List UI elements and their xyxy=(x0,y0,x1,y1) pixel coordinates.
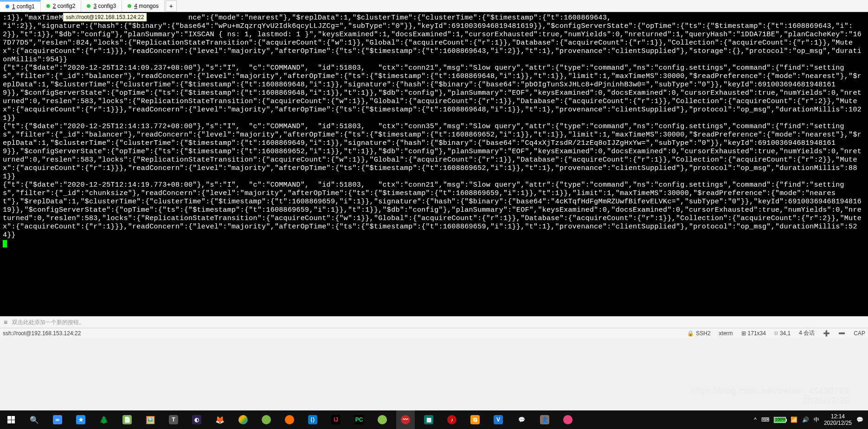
status-dot-icon xyxy=(87,4,90,8)
taskbar-app-baidu[interactable]: ∞ xyxy=(48,410,67,429)
taskbar-app-firefox[interactable]: 🦊 xyxy=(211,410,229,429)
new-tab-button[interactable]: + xyxy=(166,0,177,12)
status-dot-icon xyxy=(6,5,9,8)
taskbar-app-wechat[interactable]: 💬 xyxy=(512,410,531,429)
status-session-count: 4 会话 xyxy=(799,329,815,337)
tab-hotkey: 3 xyxy=(93,3,96,9)
notifications-icon[interactable]: 💬 xyxy=(856,416,863,423)
tray-expand-icon[interactable]: ^ xyxy=(754,416,757,423)
tray-clock[interactable]: 12:14 2020/12/25 xyxy=(824,413,852,426)
button-bar-hint: 双击此处添加一个新的按钮。 xyxy=(12,318,84,326)
tab-label: config2 xyxy=(58,3,76,9)
watermark-url: https://blog.csdn.net/weixin_45490785 xyxy=(690,386,849,396)
windows-taskbar: 🔍 ∞ ★ 🌲 📄 🖼️ T ◐ 🦊 ⟨⟩ IJ PC 〰 ▦ ♪ ⧉ V 💬 … xyxy=(0,410,868,429)
connection-tooltip: ssh://root@192.168.153.124:22 xyxy=(63,13,147,22)
hamburger-icon[interactable]: ≡ xyxy=(4,318,7,326)
taskbar-app-eclipse[interactable]: ◐ xyxy=(187,410,206,429)
terminal-cursor xyxy=(3,240,7,247)
taskbar-app-intellij[interactable]: IJ xyxy=(327,410,345,429)
taskbar-app-text[interactable]: T xyxy=(164,410,183,429)
watermark: https://blog.csdn.net/weixin_45490785 20… xyxy=(690,386,849,406)
taskbar-app-orange[interactable] xyxy=(280,410,299,429)
taskbar-app-vm[interactable]: ▦ xyxy=(419,410,438,429)
search-icon[interactable]: 🔍 xyxy=(25,410,44,429)
status-term-type: xterm xyxy=(719,330,733,337)
tab-bar: 1 config1 2 config2 3 config3 4 mongos + xyxy=(0,0,868,12)
tab-hotkey: 1 xyxy=(12,3,15,10)
system-tray: ^ ⌨ 100% 📶 🔊 中 12:14 2020/12/25 💬 xyxy=(754,413,866,426)
status-dot-icon xyxy=(128,4,131,8)
taskbar-app-lime[interactable] xyxy=(373,410,392,429)
taskbar-app-vscode[interactable]: ⟨⟩ xyxy=(303,410,322,429)
taskbar-app-netease[interactable]: ♪ xyxy=(443,410,461,429)
status-term-size: ⊞ 171x34 xyxy=(741,330,766,337)
status-sessions-minus[interactable]: ➖ xyxy=(838,330,845,337)
taskbar-app-star[interactable]: ★ xyxy=(71,410,90,429)
battery-icon[interactable]: 100% xyxy=(774,417,786,423)
watermark-date: 2020/12/25 xyxy=(690,396,849,406)
taskbar-app-pycharm[interactable]: PC xyxy=(350,410,368,429)
ime-icon[interactable]: 中 xyxy=(814,416,819,424)
status-cursor-pos: ⁝⁝ 34,1 xyxy=(774,330,791,337)
tab-config2[interactable]: 2 config2 xyxy=(41,0,82,12)
lock-icon: 🔒 xyxy=(687,330,694,337)
taskbar-app-notepad[interactable]: 📄 xyxy=(118,410,136,429)
wifi-icon[interactable]: 📶 xyxy=(791,416,797,423)
tab-label: config1 xyxy=(17,3,35,10)
taskbar-app-green[interactable] xyxy=(257,410,276,429)
tab-config3[interactable]: 3 config3 xyxy=(81,0,122,12)
tab-mongos[interactable]: 4 mongos xyxy=(122,0,165,12)
taskbar-app-image[interactable]: 🖼️ xyxy=(141,410,160,429)
status-connection: ssh://root@192.168.153.124:22 xyxy=(3,330,81,337)
volume-icon[interactable]: 🔊 xyxy=(802,416,809,423)
start-button[interactable] xyxy=(2,410,20,429)
taskbar-app-chrome[interactable] xyxy=(234,410,252,429)
status-bar: ssh://root@192.168.153.124:22 🔒SSH2 xter… xyxy=(0,328,868,338)
tab-hotkey: 2 xyxy=(53,3,56,9)
taskbar-app-avatar[interactable]: 👤 xyxy=(535,410,554,429)
status-sessions-plus[interactable]: ➕ xyxy=(823,330,830,337)
tab-label: mongos xyxy=(139,3,159,9)
button-bar[interactable]: ≡ 双击此处添加一个新的按钮。 xyxy=(0,316,868,328)
tab-label: config3 xyxy=(98,3,116,9)
keyboard-icon[interactable]: ⌨ xyxy=(761,416,769,423)
tab-hotkey: 4 xyxy=(134,3,137,9)
cursor-icon: ⁝⁝ xyxy=(774,330,778,337)
taskbar-app-copy[interactable]: ⧉ xyxy=(466,410,484,429)
grid-icon: ⊞ xyxy=(741,330,746,337)
taskbar-app-xshell[interactable]: 〰 xyxy=(396,410,415,429)
status-protocol: 🔒SSH2 xyxy=(687,330,710,337)
tab-config1[interactable]: 1 config1 xyxy=(0,0,41,12)
status-dot-icon xyxy=(46,4,50,8)
status-capslock: CAP xyxy=(854,330,865,337)
taskbar-app-v[interactable]: V xyxy=(489,410,508,429)
taskbar-app-pink[interactable] xyxy=(559,410,577,429)
terminal-output[interactable]: :1}},"maxTimeM nce":{"mode":"nearest"},"… xyxy=(0,12,868,316)
taskbar-app-tree[interactable]: 🌲 xyxy=(95,410,113,429)
